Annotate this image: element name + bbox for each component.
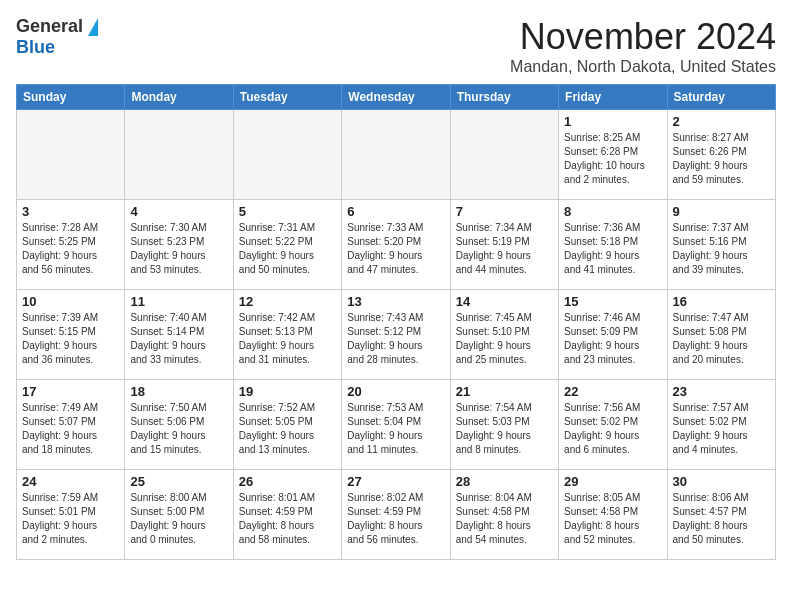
day-number: 22 xyxy=(564,384,661,399)
day-number: 3 xyxy=(22,204,119,219)
day-info: Sunrise: 7:42 AM Sunset: 5:13 PM Dayligh… xyxy=(239,311,336,367)
calendar-cell xyxy=(233,110,341,200)
day-number: 10 xyxy=(22,294,119,309)
calendar-cell: 13Sunrise: 7:43 AM Sunset: 5:12 PM Dayli… xyxy=(342,290,450,380)
day-info: Sunrise: 8:01 AM Sunset: 4:59 PM Dayligh… xyxy=(239,491,336,547)
day-number: 2 xyxy=(673,114,770,129)
day-number: 12 xyxy=(239,294,336,309)
calendar-cell: 5Sunrise: 7:31 AM Sunset: 5:22 PM Daylig… xyxy=(233,200,341,290)
calendar-cell: 10Sunrise: 7:39 AM Sunset: 5:15 PM Dayli… xyxy=(17,290,125,380)
day-info: Sunrise: 7:34 AM Sunset: 5:19 PM Dayligh… xyxy=(456,221,553,277)
calendar-cell: 11Sunrise: 7:40 AM Sunset: 5:14 PM Dayli… xyxy=(125,290,233,380)
calendar-cell xyxy=(342,110,450,200)
day-number: 5 xyxy=(239,204,336,219)
day-info: Sunrise: 7:30 AM Sunset: 5:23 PM Dayligh… xyxy=(130,221,227,277)
day-number: 24 xyxy=(22,474,119,489)
weekday-header-tuesday: Tuesday xyxy=(233,85,341,110)
calendar-cell: 2Sunrise: 8:27 AM Sunset: 6:26 PM Daylig… xyxy=(667,110,775,200)
day-number: 8 xyxy=(564,204,661,219)
day-info: Sunrise: 8:04 AM Sunset: 4:58 PM Dayligh… xyxy=(456,491,553,547)
day-number: 18 xyxy=(130,384,227,399)
calendar-cell: 16Sunrise: 7:47 AM Sunset: 5:08 PM Dayli… xyxy=(667,290,775,380)
calendar-cell: 9Sunrise: 7:37 AM Sunset: 5:16 PM Daylig… xyxy=(667,200,775,290)
weekday-header-friday: Friday xyxy=(559,85,667,110)
weekday-header-saturday: Saturday xyxy=(667,85,775,110)
day-number: 14 xyxy=(456,294,553,309)
day-number: 21 xyxy=(456,384,553,399)
calendar-cell: 22Sunrise: 7:56 AM Sunset: 5:02 PM Dayli… xyxy=(559,380,667,470)
calendar-cell: 26Sunrise: 8:01 AM Sunset: 4:59 PM Dayli… xyxy=(233,470,341,560)
day-info: Sunrise: 7:50 AM Sunset: 5:06 PM Dayligh… xyxy=(130,401,227,457)
calendar-cell xyxy=(17,110,125,200)
day-info: Sunrise: 8:06 AM Sunset: 4:57 PM Dayligh… xyxy=(673,491,770,547)
calendar-cell: 30Sunrise: 8:06 AM Sunset: 4:57 PM Dayli… xyxy=(667,470,775,560)
day-number: 6 xyxy=(347,204,444,219)
day-number: 15 xyxy=(564,294,661,309)
calendar-cell: 18Sunrise: 7:50 AM Sunset: 5:06 PM Dayli… xyxy=(125,380,233,470)
day-info: Sunrise: 8:02 AM Sunset: 4:59 PM Dayligh… xyxy=(347,491,444,547)
day-info: Sunrise: 8:00 AM Sunset: 5:00 PM Dayligh… xyxy=(130,491,227,547)
calendar-cell: 8Sunrise: 7:36 AM Sunset: 5:18 PM Daylig… xyxy=(559,200,667,290)
day-info: Sunrise: 7:39 AM Sunset: 5:15 PM Dayligh… xyxy=(22,311,119,367)
day-info: Sunrise: 8:25 AM Sunset: 6:28 PM Dayligh… xyxy=(564,131,661,187)
calendar-cell xyxy=(125,110,233,200)
location-title: Mandan, North Dakota, United States xyxy=(510,58,776,76)
weekday-header-monday: Monday xyxy=(125,85,233,110)
calendar-cell: 23Sunrise: 7:57 AM Sunset: 5:02 PM Dayli… xyxy=(667,380,775,470)
day-info: Sunrise: 7:37 AM Sunset: 5:16 PM Dayligh… xyxy=(673,221,770,277)
day-number: 28 xyxy=(456,474,553,489)
day-info: Sunrise: 7:28 AM Sunset: 5:25 PM Dayligh… xyxy=(22,221,119,277)
day-number: 23 xyxy=(673,384,770,399)
day-info: Sunrise: 7:56 AM Sunset: 5:02 PM Dayligh… xyxy=(564,401,661,457)
logo-blue-text: Blue xyxy=(16,37,55,58)
calendar-week-row-0: 1Sunrise: 8:25 AM Sunset: 6:28 PM Daylig… xyxy=(17,110,776,200)
calendar-week-row-4: 24Sunrise: 7:59 AM Sunset: 5:01 PM Dayli… xyxy=(17,470,776,560)
day-info: Sunrise: 8:05 AM Sunset: 4:58 PM Dayligh… xyxy=(564,491,661,547)
calendar-cell: 24Sunrise: 7:59 AM Sunset: 5:01 PM Dayli… xyxy=(17,470,125,560)
day-number: 30 xyxy=(673,474,770,489)
day-info: Sunrise: 7:52 AM Sunset: 5:05 PM Dayligh… xyxy=(239,401,336,457)
calendar-cell: 29Sunrise: 8:05 AM Sunset: 4:58 PM Dayli… xyxy=(559,470,667,560)
day-number: 29 xyxy=(564,474,661,489)
calendar-cell: 1Sunrise: 8:25 AM Sunset: 6:28 PM Daylig… xyxy=(559,110,667,200)
day-info: Sunrise: 7:36 AM Sunset: 5:18 PM Dayligh… xyxy=(564,221,661,277)
day-number: 25 xyxy=(130,474,227,489)
calendar-week-row-2: 10Sunrise: 7:39 AM Sunset: 5:15 PM Dayli… xyxy=(17,290,776,380)
calendar-cell: 21Sunrise: 7:54 AM Sunset: 5:03 PM Dayli… xyxy=(450,380,558,470)
calendar-cell: 4Sunrise: 7:30 AM Sunset: 5:23 PM Daylig… xyxy=(125,200,233,290)
day-number: 11 xyxy=(130,294,227,309)
day-number: 9 xyxy=(673,204,770,219)
day-number: 26 xyxy=(239,474,336,489)
day-info: Sunrise: 7:57 AM Sunset: 5:02 PM Dayligh… xyxy=(673,401,770,457)
logo-general-text: General xyxy=(16,16,83,37)
day-info: Sunrise: 7:46 AM Sunset: 5:09 PM Dayligh… xyxy=(564,311,661,367)
weekday-header-sunday: Sunday xyxy=(17,85,125,110)
weekday-header-row: SundayMondayTuesdayWednesdayThursdayFrid… xyxy=(17,85,776,110)
calendar-cell: 17Sunrise: 7:49 AM Sunset: 5:07 PM Dayli… xyxy=(17,380,125,470)
calendar-week-row-1: 3Sunrise: 7:28 AM Sunset: 5:25 PM Daylig… xyxy=(17,200,776,290)
title-block: November 2024 Mandan, North Dakota, Unit… xyxy=(510,16,776,76)
day-info: Sunrise: 7:53 AM Sunset: 5:04 PM Dayligh… xyxy=(347,401,444,457)
calendar-cell xyxy=(450,110,558,200)
day-info: Sunrise: 7:45 AM Sunset: 5:10 PM Dayligh… xyxy=(456,311,553,367)
day-info: Sunrise: 7:47 AM Sunset: 5:08 PM Dayligh… xyxy=(673,311,770,367)
day-info: Sunrise: 7:33 AM Sunset: 5:20 PM Dayligh… xyxy=(347,221,444,277)
day-number: 17 xyxy=(22,384,119,399)
calendar-cell: 28Sunrise: 8:04 AM Sunset: 4:58 PM Dayli… xyxy=(450,470,558,560)
day-info: Sunrise: 7:43 AM Sunset: 5:12 PM Dayligh… xyxy=(347,311,444,367)
calendar-cell: 19Sunrise: 7:52 AM Sunset: 5:05 PM Dayli… xyxy=(233,380,341,470)
month-title: November 2024 xyxy=(510,16,776,58)
day-info: Sunrise: 7:40 AM Sunset: 5:14 PM Dayligh… xyxy=(130,311,227,367)
day-number: 7 xyxy=(456,204,553,219)
calendar-cell: 6Sunrise: 7:33 AM Sunset: 5:20 PM Daylig… xyxy=(342,200,450,290)
day-info: Sunrise: 7:59 AM Sunset: 5:01 PM Dayligh… xyxy=(22,491,119,547)
calendar-cell: 7Sunrise: 7:34 AM Sunset: 5:19 PM Daylig… xyxy=(450,200,558,290)
calendar-cell: 27Sunrise: 8:02 AM Sunset: 4:59 PM Dayli… xyxy=(342,470,450,560)
calendar-cell: 15Sunrise: 7:46 AM Sunset: 5:09 PM Dayli… xyxy=(559,290,667,380)
day-info: Sunrise: 8:27 AM Sunset: 6:26 PM Dayligh… xyxy=(673,131,770,187)
day-info: Sunrise: 7:54 AM Sunset: 5:03 PM Dayligh… xyxy=(456,401,553,457)
weekday-header-thursday: Thursday xyxy=(450,85,558,110)
day-number: 4 xyxy=(130,204,227,219)
day-info: Sunrise: 7:31 AM Sunset: 5:22 PM Dayligh… xyxy=(239,221,336,277)
calendar-cell: 25Sunrise: 8:00 AM Sunset: 5:00 PM Dayli… xyxy=(125,470,233,560)
